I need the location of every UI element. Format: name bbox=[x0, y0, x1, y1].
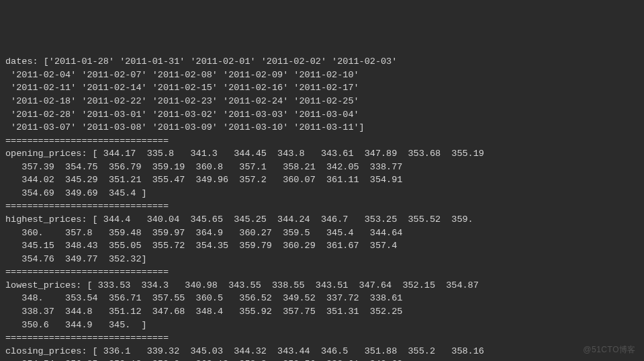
terminal-output: dates: ['2011-01-28' '2011-01-31' '2011-… bbox=[5, 55, 639, 361]
watermark-text: @51CTO博客 bbox=[583, 344, 636, 356]
